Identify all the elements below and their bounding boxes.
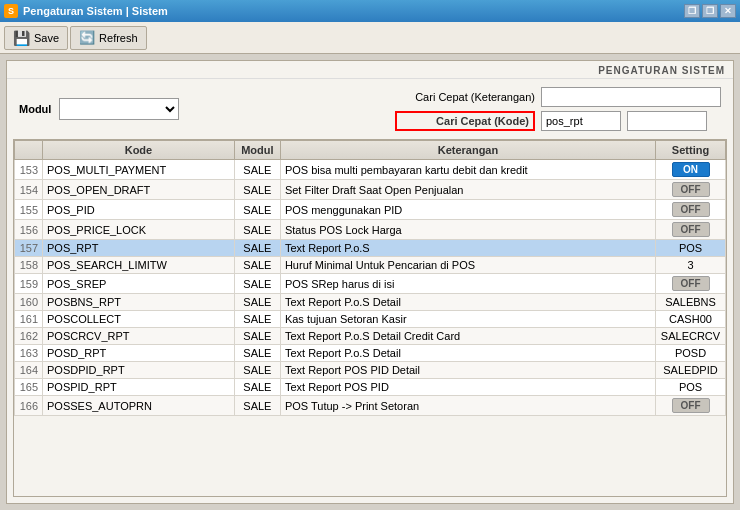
cell-num: 161 bbox=[15, 311, 43, 328]
close-btn[interactable]: ✕ bbox=[720, 4, 736, 18]
table-row[interactable]: 153 POS_MULTI_PAYMENT SALE POS bisa mult… bbox=[15, 160, 726, 180]
table-row[interactable]: 159 POS_SREP SALE POS SRep harus di isi … bbox=[15, 274, 726, 294]
cell-modul: SALE bbox=[234, 396, 280, 416]
app-icon: S bbox=[4, 4, 18, 18]
cell-keterangan: Kas tujuan Setoran Kasir bbox=[280, 311, 655, 328]
col-num bbox=[15, 141, 43, 160]
cell-num: 159 bbox=[15, 274, 43, 294]
cell-setting: OFF bbox=[656, 396, 726, 416]
cell-kode: POS_PID bbox=[43, 200, 235, 220]
table-row[interactable]: 156 POS_PRICE_LOCK SALE Status POS Lock … bbox=[15, 220, 726, 240]
cell-keterangan: Text Report P.o.S Detail bbox=[280, 345, 655, 362]
cell-keterangan: Text Report P.o.S bbox=[280, 240, 655, 257]
cell-keterangan: Text Report P.o.S Detail Credit Card bbox=[280, 328, 655, 345]
table-row[interactable]: 165 POSPID_RPT SALE Text Report POS PID … bbox=[15, 379, 726, 396]
table-row[interactable]: 157 POS_RPT SALE Text Report P.o.S POS bbox=[15, 240, 726, 257]
setting-off-btn[interactable]: OFF bbox=[672, 398, 710, 413]
cell-keterangan: POS Tutup -> Print Setoran bbox=[280, 396, 655, 416]
cell-setting: SALEDPID bbox=[656, 362, 726, 379]
col-keterangan: Keterangan bbox=[280, 141, 655, 160]
modul-select[interactable]: SALE bbox=[59, 98, 179, 120]
setting-value: CASH00 bbox=[669, 313, 712, 325]
setting-off-btn[interactable]: OFF bbox=[672, 222, 710, 237]
cell-keterangan: Set Filter Draft Saat Open Penjualan bbox=[280, 180, 655, 200]
setting-value: POS bbox=[679, 242, 702, 254]
cell-modul: SALE bbox=[234, 274, 280, 294]
cell-setting: OFF bbox=[656, 274, 726, 294]
cell-setting: POS bbox=[656, 379, 726, 396]
refresh-label: Refresh bbox=[99, 32, 138, 44]
cell-setting: CASH00 bbox=[656, 311, 726, 328]
table-row[interactable]: 154 POS_OPEN_DRAFT SALE Set Filter Draft… bbox=[15, 180, 726, 200]
cari-cepat-label: Cari Cepat (Keterangan) bbox=[395, 91, 535, 103]
modul-row: Modul SALE bbox=[19, 98, 179, 120]
window-controls: ❐ ❐ ✕ bbox=[684, 4, 736, 18]
cari-kode-label: Cari Cepat (Kode) bbox=[395, 111, 535, 131]
window-title: Pengaturan Sistem | Sistem bbox=[23, 5, 168, 17]
setting-on-btn[interactable]: ON bbox=[672, 162, 710, 177]
cell-modul: SALE bbox=[234, 160, 280, 180]
cell-kode: POSPID_RPT bbox=[43, 379, 235, 396]
toolbar: 💾 Save 🔄 Refresh bbox=[0, 22, 740, 54]
table-body: 153 POS_MULTI_PAYMENT SALE POS bisa mult… bbox=[15, 160, 726, 416]
table-row[interactable]: 162 POSCRCV_RPT SALE Text Report P.o.S D… bbox=[15, 328, 726, 345]
refresh-button[interactable]: 🔄 Refresh bbox=[70, 26, 147, 50]
setting-off-btn[interactable]: OFF bbox=[672, 276, 710, 291]
setting-value: POSD bbox=[675, 347, 706, 359]
cell-num: 157 bbox=[15, 240, 43, 257]
table-row[interactable]: 160 POSBNS_RPT SALE Text Report P.o.S De… bbox=[15, 294, 726, 311]
cell-modul: SALE bbox=[234, 345, 280, 362]
col-modul: Modul bbox=[234, 141, 280, 160]
table-row[interactable]: 158 POS_SEARCH_LIMITW SALE Huruf Minimal… bbox=[15, 257, 726, 274]
save-label: Save bbox=[34, 32, 59, 44]
setting-off-btn[interactable]: OFF bbox=[672, 182, 710, 197]
cell-kode: POSCOLLECT bbox=[43, 311, 235, 328]
save-icon: 💾 bbox=[13, 30, 30, 46]
cell-modul: SALE bbox=[234, 362, 280, 379]
col-setting: Setting bbox=[656, 141, 726, 160]
cari-kode-input[interactable] bbox=[541, 111, 621, 131]
cell-keterangan: POS SRep harus di isi bbox=[280, 274, 655, 294]
table-row[interactable]: 164 POSDPID_RPT SALE Text Report POS PID… bbox=[15, 362, 726, 379]
table-row[interactable]: 155 POS_PID SALE POS menggunakan PID OFF bbox=[15, 200, 726, 220]
cari-cepat-input[interactable] bbox=[541, 87, 721, 107]
setting-off-btn[interactable]: OFF bbox=[672, 202, 710, 217]
setting-value: 3 bbox=[687, 259, 693, 271]
table-row[interactable]: 166 POSSES_AUTOPRN SALE POS Tutup -> Pri… bbox=[15, 396, 726, 416]
table-row[interactable]: 163 POSD_RPT SALE Text Report P.o.S Deta… bbox=[15, 345, 726, 362]
cell-modul: SALE bbox=[234, 220, 280, 240]
section-header: PENGATURAN SISTEM bbox=[7, 61, 733, 79]
table-row[interactable]: 161 POSCOLLECT SALE Kas tujuan Setoran K… bbox=[15, 311, 726, 328]
setting-value: SALEBNS bbox=[665, 296, 716, 308]
cell-num: 166 bbox=[15, 396, 43, 416]
cell-setting: POS bbox=[656, 240, 726, 257]
cell-kode: POSDPID_RPT bbox=[43, 362, 235, 379]
refresh-icon: 🔄 bbox=[79, 30, 95, 45]
cell-kode: POSD_RPT bbox=[43, 345, 235, 362]
cell-num: 156 bbox=[15, 220, 43, 240]
save-button[interactable]: 💾 Save bbox=[4, 26, 68, 50]
search-area: Modul SALE Cari Cepat (Keterangan) Cari … bbox=[7, 79, 733, 139]
cell-setting: SALECRCV bbox=[656, 328, 726, 345]
cari-kode-input2[interactable] bbox=[627, 111, 707, 131]
cell-setting: ON bbox=[656, 160, 726, 180]
maximize-btn[interactable]: ❐ bbox=[702, 4, 718, 18]
cell-num: 163 bbox=[15, 345, 43, 362]
cell-modul: SALE bbox=[234, 328, 280, 345]
cell-setting: 3 bbox=[656, 257, 726, 274]
cell-keterangan: POS menggunakan PID bbox=[280, 200, 655, 220]
setting-value: SALEDPID bbox=[663, 364, 717, 376]
cell-setting: OFF bbox=[656, 220, 726, 240]
modul-label: Modul bbox=[19, 103, 51, 115]
cell-setting: POSD bbox=[656, 345, 726, 362]
data-table-container[interactable]: Kode Modul Keterangan Setting 153 POS_MU… bbox=[13, 139, 727, 497]
cell-modul: SALE bbox=[234, 311, 280, 328]
cell-setting: OFF bbox=[656, 200, 726, 220]
restore-btn[interactable]: ❐ bbox=[684, 4, 700, 18]
cell-kode: POSCRCV_RPT bbox=[43, 328, 235, 345]
cell-num: 162 bbox=[15, 328, 43, 345]
cell-setting: OFF bbox=[656, 180, 726, 200]
cell-kode: POS_PRICE_LOCK bbox=[43, 220, 235, 240]
setting-value: SALECRCV bbox=[661, 330, 720, 342]
cell-keterangan: Text Report POS PID Detail bbox=[280, 362, 655, 379]
